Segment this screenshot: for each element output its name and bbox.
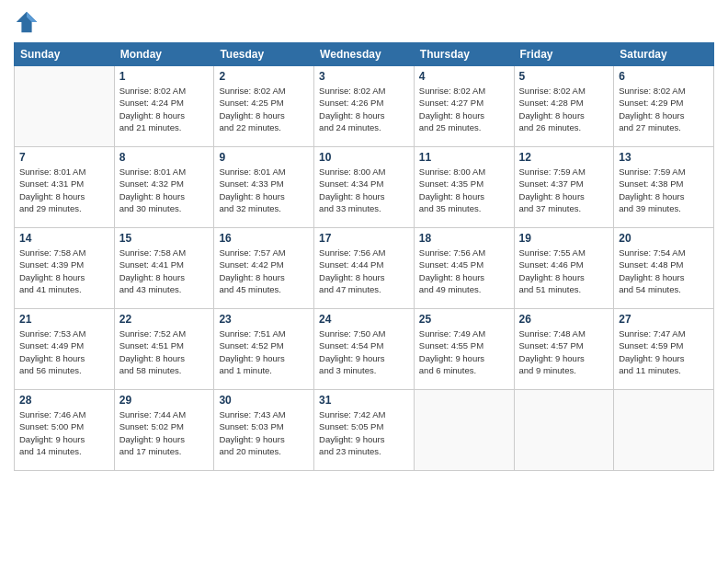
day-info: Sunrise: 7:52 AM Sunset: 4:51 PM Dayligh…: [119, 327, 210, 376]
calendar-cell: 8Sunrise: 8:01 AM Sunset: 4:32 PM Daylig…: [114, 147, 214, 228]
calendar-cell: 5Sunrise: 8:02 AM Sunset: 4:28 PM Daylig…: [514, 66, 614, 147]
day-number: 20: [619, 232, 709, 245]
day-info: Sunrise: 8:02 AM Sunset: 4:28 PM Dayligh…: [519, 85, 609, 133]
day-number: 17: [319, 232, 409, 245]
weekday-header-tuesday: Tuesday: [214, 43, 314, 66]
calendar-cell: 30Sunrise: 7:43 AM Sunset: 5:03 PM Dayli…: [214, 390, 314, 471]
week-row-4: 28Sunrise: 7:46 AM Sunset: 5:00 PM Dayli…: [15, 390, 714, 471]
day-number: 26: [519, 313, 609, 326]
calendar-cell: 6Sunrise: 8:02 AM Sunset: 4:29 PM Daylig…: [614, 66, 714, 147]
calendar-cell: 17Sunrise: 7:56 AM Sunset: 4:44 PM Dayli…: [314, 228, 415, 309]
week-row-2: 14Sunrise: 7:58 AM Sunset: 4:39 PM Dayli…: [15, 228, 714, 309]
day-number: 1: [119, 70, 210, 83]
calendar-cell: 20Sunrise: 7:54 AM Sunset: 4:48 PM Dayli…: [614, 228, 714, 309]
calendar-cell: 27Sunrise: 7:47 AM Sunset: 4:59 PM Dayli…: [614, 309, 714, 390]
day-info: Sunrise: 7:42 AM Sunset: 5:05 PM Dayligh…: [319, 408, 409, 457]
calendar-cell: 21Sunrise: 7:53 AM Sunset: 4:49 PM Dayli…: [15, 309, 115, 390]
calendar-cell: [15, 66, 115, 147]
day-number: 31: [319, 394, 409, 407]
weekday-header-monday: Monday: [114, 43, 214, 66]
day-info: Sunrise: 7:51 AM Sunset: 4:52 PM Dayligh…: [219, 327, 309, 376]
day-number: 9: [219, 151, 309, 164]
calendar-cell: 28Sunrise: 7:46 AM Sunset: 5:00 PM Dayli…: [15, 390, 115, 471]
calendar-cell: 14Sunrise: 7:58 AM Sunset: 4:39 PM Dayli…: [15, 228, 115, 309]
day-info: Sunrise: 8:02 AM Sunset: 4:24 PM Dayligh…: [119, 85, 210, 133]
calendar-cell: 2Sunrise: 8:02 AM Sunset: 4:25 PM Daylig…: [214, 66, 314, 147]
day-number: 30: [219, 394, 309, 407]
day-info: Sunrise: 8:02 AM Sunset: 4:29 PM Dayligh…: [619, 85, 709, 133]
day-number: 2: [219, 70, 309, 83]
week-row-0: 1Sunrise: 8:02 AM Sunset: 4:24 PM Daylig…: [15, 66, 714, 147]
day-number: 23: [219, 313, 309, 326]
calendar-cell: 10Sunrise: 8:00 AM Sunset: 4:34 PM Dayli…: [314, 147, 415, 228]
calendar-cell: [614, 390, 714, 471]
weekday-header-saturday: Saturday: [614, 43, 714, 66]
day-info: Sunrise: 7:49 AM Sunset: 4:55 PM Dayligh…: [419, 327, 509, 376]
calendar-cell: 26Sunrise: 7:48 AM Sunset: 4:57 PM Dayli…: [514, 309, 614, 390]
day-number: 7: [19, 151, 109, 164]
day-number: 22: [119, 313, 210, 326]
calendar-cell: 29Sunrise: 7:44 AM Sunset: 5:02 PM Dayli…: [114, 390, 214, 471]
day-number: 8: [119, 151, 210, 164]
calendar-cell: [414, 390, 514, 471]
day-info: Sunrise: 8:00 AM Sunset: 4:35 PM Dayligh…: [419, 166, 509, 214]
day-number: 11: [419, 151, 509, 164]
day-info: Sunrise: 7:54 AM Sunset: 4:48 PM Dayligh…: [619, 247, 709, 295]
day-number: 28: [19, 394, 109, 407]
logo: [14, 9, 43, 35]
calendar-cell: 22Sunrise: 7:52 AM Sunset: 4:51 PM Dayli…: [114, 309, 214, 390]
day-number: 27: [619, 313, 709, 326]
calendar-cell: 11Sunrise: 8:00 AM Sunset: 4:35 PM Dayli…: [414, 147, 514, 228]
day-number: 13: [619, 151, 709, 164]
day-info: Sunrise: 7:59 AM Sunset: 4:37 PM Dayligh…: [519, 166, 609, 214]
day-number: 4: [419, 70, 509, 83]
day-number: 24: [319, 313, 409, 326]
day-number: 29: [119, 394, 210, 407]
day-info: Sunrise: 8:00 AM Sunset: 4:34 PM Dayligh…: [319, 166, 409, 214]
page: SundayMondayTuesdayWednesdayThursdayFrid…: [0, 0, 728, 563]
day-info: Sunrise: 7:56 AM Sunset: 4:44 PM Dayligh…: [319, 247, 409, 295]
day-number: 19: [519, 232, 609, 245]
calendar-cell: 7Sunrise: 8:01 AM Sunset: 4:31 PM Daylig…: [15, 147, 115, 228]
day-info: Sunrise: 8:02 AM Sunset: 4:27 PM Dayligh…: [419, 85, 509, 133]
day-number: 18: [419, 232, 509, 245]
day-number: 25: [419, 313, 509, 326]
calendar-cell: 3Sunrise: 8:02 AM Sunset: 4:26 PM Daylig…: [314, 66, 415, 147]
weekday-header-wednesday: Wednesday: [314, 43, 415, 66]
weekday-header-thursday: Thursday: [414, 43, 514, 66]
day-number: 16: [219, 232, 309, 245]
day-info: Sunrise: 7:50 AM Sunset: 4:54 PM Dayligh…: [319, 327, 409, 376]
day-info: Sunrise: 8:02 AM Sunset: 4:25 PM Dayligh…: [219, 85, 309, 133]
logo-icon: [14, 9, 40, 35]
day-info: Sunrise: 8:01 AM Sunset: 4:31 PM Dayligh…: [19, 166, 109, 214]
day-info: Sunrise: 7:58 AM Sunset: 4:41 PM Dayligh…: [119, 247, 210, 295]
day-number: 15: [119, 232, 210, 245]
day-info: Sunrise: 7:43 AM Sunset: 5:03 PM Dayligh…: [219, 408, 309, 457]
calendar-cell: 23Sunrise: 7:51 AM Sunset: 4:52 PM Dayli…: [214, 309, 314, 390]
calendar-cell: 12Sunrise: 7:59 AM Sunset: 4:37 PM Dayli…: [514, 147, 614, 228]
weekday-header-row: SundayMondayTuesdayWednesdayThursdayFrid…: [15, 43, 714, 66]
day-info: Sunrise: 7:47 AM Sunset: 4:59 PM Dayligh…: [619, 327, 709, 376]
day-number: 5: [519, 70, 609, 83]
week-row-3: 21Sunrise: 7:53 AM Sunset: 4:49 PM Dayli…: [15, 309, 714, 390]
day-info: Sunrise: 7:56 AM Sunset: 4:45 PM Dayligh…: [419, 247, 509, 295]
day-info: Sunrise: 8:01 AM Sunset: 4:33 PM Dayligh…: [219, 166, 309, 214]
day-info: Sunrise: 7:46 AM Sunset: 5:00 PM Dayligh…: [19, 408, 109, 457]
day-number: 3: [319, 70, 409, 83]
calendar-cell: 25Sunrise: 7:49 AM Sunset: 4:55 PM Dayli…: [414, 309, 514, 390]
calendar-cell: [514, 390, 614, 471]
calendar: SundayMondayTuesdayWednesdayThursdayFrid…: [14, 42, 714, 471]
calendar-cell: 9Sunrise: 8:01 AM Sunset: 4:33 PM Daylig…: [214, 147, 314, 228]
calendar-cell: 16Sunrise: 7:57 AM Sunset: 4:42 PM Dayli…: [214, 228, 314, 309]
day-info: Sunrise: 8:02 AM Sunset: 4:26 PM Dayligh…: [319, 85, 409, 133]
day-number: 21: [19, 313, 109, 326]
weekday-header-friday: Friday: [514, 43, 614, 66]
day-info: Sunrise: 7:53 AM Sunset: 4:49 PM Dayligh…: [19, 327, 109, 376]
day-info: Sunrise: 7:57 AM Sunset: 4:42 PM Dayligh…: [219, 247, 309, 295]
header: [14, 9, 714, 35]
day-info: Sunrise: 8:01 AM Sunset: 4:32 PM Dayligh…: [119, 166, 210, 214]
day-info: Sunrise: 7:55 AM Sunset: 4:46 PM Dayligh…: [519, 247, 609, 295]
week-row-1: 7Sunrise: 8:01 AM Sunset: 4:31 PM Daylig…: [15, 147, 714, 228]
day-info: Sunrise: 7:44 AM Sunset: 5:02 PM Dayligh…: [119, 408, 210, 457]
day-info: Sunrise: 7:48 AM Sunset: 4:57 PM Dayligh…: [519, 327, 609, 376]
